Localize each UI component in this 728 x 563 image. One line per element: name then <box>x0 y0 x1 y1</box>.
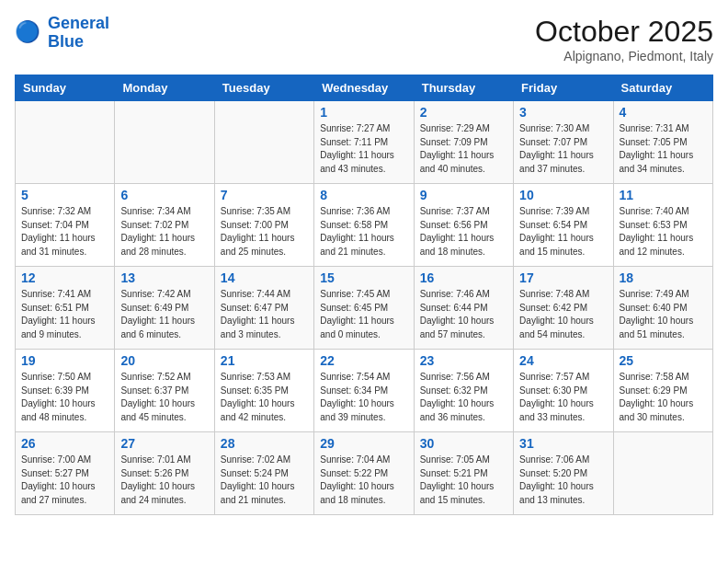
logo-text-line2: Blue <box>48 33 109 52</box>
calendar-cell: 6Sunrise: 7:34 AM Sunset: 7:02 PM Daylig… <box>115 184 214 267</box>
header-day-wednesday: Wednesday <box>314 75 414 101</box>
calendar-cell <box>16 101 115 184</box>
day-number: 3 <box>519 105 607 120</box>
day-info: Sunrise: 7:32 AM Sunset: 7:04 PM Dayligh… <box>21 205 108 259</box>
day-info: Sunrise: 7:01 AM Sunset: 5:26 PM Dayligh… <box>120 454 208 507</box>
day-number: 2 <box>420 105 507 120</box>
day-number: 1 <box>320 105 407 120</box>
day-info: Sunrise: 7:36 AM Sunset: 6:58 PM Dayligh… <box>320 205 407 259</box>
day-info: Sunrise: 7:58 AM Sunset: 6:29 PM Dayligh… <box>620 371 707 424</box>
calendar-cell: 26Sunrise: 7:00 AM Sunset: 5:27 PM Dayli… <box>16 432 115 515</box>
day-number: 30 <box>420 436 507 451</box>
day-info: Sunrise: 7:46 AM Sunset: 6:44 PM Dayligh… <box>420 288 507 341</box>
week-row-5: 26Sunrise: 7:00 AM Sunset: 5:27 PM Dayli… <box>16 432 713 515</box>
header-day-thursday: Thursday <box>414 75 513 101</box>
day-info: Sunrise: 7:35 AM Sunset: 7:00 PM Dayligh… <box>221 205 308 259</box>
week-row-3: 12Sunrise: 7:41 AM Sunset: 6:51 PM Dayli… <box>16 267 713 350</box>
calendar-cell: 3Sunrise: 7:30 AM Sunset: 7:07 PM Daylig… <box>514 101 613 184</box>
day-info: Sunrise: 7:27 AM Sunset: 7:11 PM Dayligh… <box>320 122 407 176</box>
day-info: Sunrise: 7:37 AM Sunset: 6:56 PM Dayligh… <box>420 205 507 259</box>
calendar-cell: 27Sunrise: 7:01 AM Sunset: 5:26 PM Dayli… <box>115 432 214 515</box>
day-number: 26 <box>21 436 108 451</box>
day-info: Sunrise: 7:29 AM Sunset: 7:09 PM Dayligh… <box>420 122 507 176</box>
logo: 🔵 General Blue <box>15 15 109 52</box>
day-info: Sunrise: 7:06 AM Sunset: 5:20 PM Dayligh… <box>519 454 607 507</box>
day-number: 27 <box>120 436 208 451</box>
day-info: Sunrise: 7:30 AM Sunset: 7:07 PM Dayligh… <box>519 122 607 176</box>
day-info: Sunrise: 7:00 AM Sunset: 5:27 PM Dayligh… <box>21 454 108 507</box>
day-number: 15 <box>320 270 407 285</box>
calendar-table: SundayMondayTuesdayWednesdayThursdayFrid… <box>15 75 713 515</box>
calendar-cell: 9Sunrise: 7:37 AM Sunset: 6:56 PM Daylig… <box>414 184 513 267</box>
calendar-cell: 24Sunrise: 7:57 AM Sunset: 6:30 PM Dayli… <box>514 350 613 432</box>
week-row-2: 5Sunrise: 7:32 AM Sunset: 7:04 PM Daylig… <box>16 184 713 267</box>
day-info: Sunrise: 7:54 AM Sunset: 6:34 PM Dayligh… <box>320 371 407 424</box>
calendar-cell: 5Sunrise: 7:32 AM Sunset: 7:04 PM Daylig… <box>16 184 115 267</box>
calendar-cell: 14Sunrise: 7:44 AM Sunset: 6:47 PM Dayli… <box>214 267 313 350</box>
calendar-cell: 12Sunrise: 7:41 AM Sunset: 6:51 PM Dayli… <box>16 267 115 350</box>
day-number: 17 <box>519 270 607 285</box>
day-number: 28 <box>221 436 308 451</box>
day-number: 10 <box>519 188 607 202</box>
day-info: Sunrise: 7:57 AM Sunset: 6:30 PM Dayligh… <box>519 371 607 424</box>
title-area: October 2025 Alpignano, Piedmont, Italy <box>535 15 713 63</box>
calendar-header-row: SundayMondayTuesdayWednesdayThursdayFrid… <box>16 75 713 101</box>
day-info: Sunrise: 7:42 AM Sunset: 6:49 PM Dayligh… <box>120 288 208 341</box>
calendar-cell <box>214 101 313 184</box>
header-day-tuesday: Tuesday <box>214 75 313 101</box>
calendar-cell: 16Sunrise: 7:46 AM Sunset: 6:44 PM Dayli… <box>414 267 513 350</box>
calendar-cell: 13Sunrise: 7:42 AM Sunset: 6:49 PM Dayli… <box>115 267 214 350</box>
calendar-cell: 7Sunrise: 7:35 AM Sunset: 7:00 PM Daylig… <box>214 184 313 267</box>
calendar-cell: 4Sunrise: 7:31 AM Sunset: 7:05 PM Daylig… <box>613 101 712 184</box>
day-number: 4 <box>620 105 707 120</box>
calendar-cell: 28Sunrise: 7:02 AM Sunset: 5:24 PM Dayli… <box>214 432 313 515</box>
day-number: 24 <box>519 353 607 368</box>
header-day-saturday: Saturday <box>613 75 712 101</box>
day-info: Sunrise: 7:50 AM Sunset: 6:39 PM Dayligh… <box>21 371 108 424</box>
day-info: Sunrise: 7:53 AM Sunset: 6:35 PM Dayligh… <box>221 371 308 424</box>
calendar-cell: 20Sunrise: 7:52 AM Sunset: 6:37 PM Dayli… <box>115 350 214 432</box>
logo-icon: 🔵 <box>15 18 44 48</box>
header-day-friday: Friday <box>514 75 613 101</box>
header-day-monday: Monday <box>115 75 214 101</box>
calendar-cell <box>115 101 214 184</box>
week-row-4: 19Sunrise: 7:50 AM Sunset: 6:39 PM Dayli… <box>16 350 713 432</box>
day-info: Sunrise: 7:31 AM Sunset: 7:05 PM Dayligh… <box>620 122 707 176</box>
day-info: Sunrise: 7:05 AM Sunset: 5:21 PM Dayligh… <box>420 454 507 507</box>
calendar-cell: 19Sunrise: 7:50 AM Sunset: 6:39 PM Dayli… <box>16 350 115 432</box>
day-number: 6 <box>120 188 208 202</box>
calendar-cell <box>613 432 712 515</box>
calendar-subtitle: Alpignano, Piedmont, Italy <box>535 49 713 63</box>
day-number: 13 <box>120 270 208 285</box>
day-info: Sunrise: 7:41 AM Sunset: 6:51 PM Dayligh… <box>21 288 108 341</box>
calendar-cell: 29Sunrise: 7:04 AM Sunset: 5:22 PM Dayli… <box>314 432 414 515</box>
day-number: 12 <box>21 270 108 285</box>
day-info: Sunrise: 7:49 AM Sunset: 6:40 PM Dayligh… <box>620 288 707 341</box>
day-number: 5 <box>21 188 108 202</box>
day-info: Sunrise: 7:40 AM Sunset: 6:53 PM Dayligh… <box>620 205 707 259</box>
calendar-title: October 2025 <box>535 15 713 49</box>
calendar-cell: 18Sunrise: 7:49 AM Sunset: 6:40 PM Dayli… <box>613 267 712 350</box>
calendar-cell: 1Sunrise: 7:27 AM Sunset: 7:11 PM Daylig… <box>314 101 414 184</box>
day-info: Sunrise: 7:52 AM Sunset: 6:37 PM Dayligh… <box>120 371 208 424</box>
day-info: Sunrise: 7:45 AM Sunset: 6:45 PM Dayligh… <box>320 288 407 341</box>
day-info: Sunrise: 7:44 AM Sunset: 6:47 PM Dayligh… <box>221 288 308 341</box>
header: 🔵 General Blue October 2025 Alpignano, P… <box>15 15 713 63</box>
week-row-1: 1Sunrise: 7:27 AM Sunset: 7:11 PM Daylig… <box>16 101 713 184</box>
day-number: 21 <box>221 353 308 368</box>
calendar-cell: 23Sunrise: 7:56 AM Sunset: 6:32 PM Dayli… <box>414 350 513 432</box>
calendar-cell: 8Sunrise: 7:36 AM Sunset: 6:58 PM Daylig… <box>314 184 414 267</box>
calendar-cell: 2Sunrise: 7:29 AM Sunset: 7:09 PM Daylig… <box>414 101 513 184</box>
day-info: Sunrise: 7:56 AM Sunset: 6:32 PM Dayligh… <box>420 371 507 424</box>
calendar-cell: 31Sunrise: 7:06 AM Sunset: 5:20 PM Dayli… <box>514 432 613 515</box>
calendar-cell: 11Sunrise: 7:40 AM Sunset: 6:53 PM Dayli… <box>613 184 712 267</box>
day-info: Sunrise: 7:02 AM Sunset: 5:24 PM Dayligh… <box>221 454 308 507</box>
day-number: 16 <box>420 270 507 285</box>
day-number: 18 <box>620 270 707 285</box>
calendar-cell: 10Sunrise: 7:39 AM Sunset: 6:54 PM Dayli… <box>514 184 613 267</box>
day-number: 22 <box>320 353 407 368</box>
day-number: 8 <box>320 188 407 202</box>
day-number: 9 <box>420 188 507 202</box>
day-number: 25 <box>620 353 707 368</box>
logo-text-line1: General <box>48 15 109 33</box>
